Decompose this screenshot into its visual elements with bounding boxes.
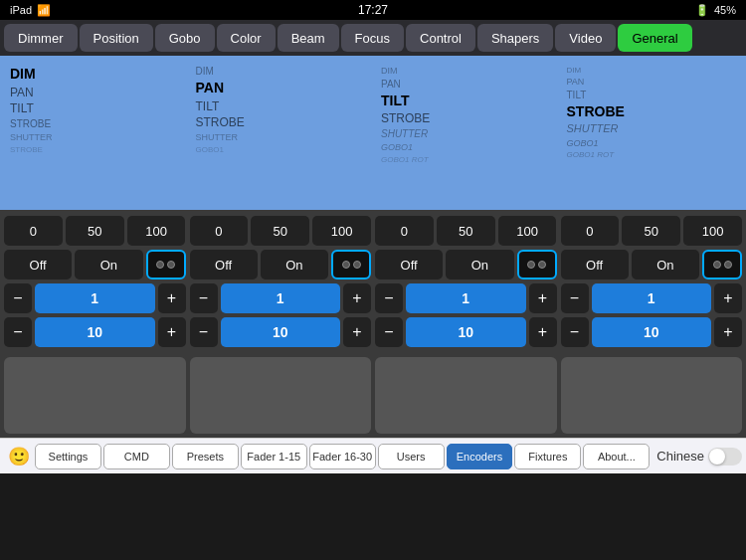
tab-shapers[interactable]: Shapers [477, 24, 553, 52]
minus-10-4[interactable]: − [561, 317, 589, 347]
encoder-btn-1[interactable] [146, 250, 186, 280]
on-btn-3[interactable]: On [446, 250, 513, 280]
control-group-4: 0 50 100 Off On − 1 + − 10 + [561, 216, 743, 347]
plus-1-1[interactable]: + [158, 283, 186, 313]
on-btn-4[interactable]: On [632, 250, 699, 280]
step-val-1-4: 1 [592, 283, 712, 313]
toggle-knob [709, 449, 725, 465]
stepper-row1-3: − 1 + [375, 283, 557, 313]
minus-10-2[interactable]: − [190, 317, 218, 347]
num-btn-50-2[interactable]: 50 [251, 216, 309, 246]
attr-dim-3: DIM [381, 65, 551, 78]
off-btn-2[interactable]: Off [190, 250, 258, 280]
plus-10-4[interactable]: + [714, 317, 742, 347]
chinese-toggle[interactable] [708, 448, 742, 466]
num-btn-100-3[interactable]: 100 [498, 216, 557, 246]
battery-level: 45% [714, 4, 736, 16]
plus-10-3[interactable]: + [529, 317, 557, 347]
on-btn-2[interactable]: On [261, 250, 328, 280]
attr-strobe-2: STROBE [196, 114, 366, 131]
num-btn-50-1[interactable]: 50 [66, 216, 124, 246]
plus-1-3[interactable]: + [529, 283, 557, 313]
bottom-tab-about[interactable]: About... [583, 444, 650, 469]
step-val-1-2: 1 [221, 283, 341, 313]
num-btn-100-2[interactable]: 100 [312, 216, 371, 246]
battery-icon: 🔋 [695, 4, 709, 17]
step-val-1-1: 1 [35, 283, 155, 313]
control-group-1: 0 50 100 Off On − 1 + − 10 + [4, 216, 186, 347]
tab-video[interactable]: Video [555, 24, 616, 52]
attr-strobe2-1: STROBE [10, 144, 180, 155]
attr-dim-2: DIM [196, 65, 366, 79]
tab-focus[interactable]: Focus [341, 24, 404, 52]
smiley-icon: 🙂 [4, 446, 34, 467]
fader-col-2 [190, 357, 372, 434]
attr-gobo-4: GOBO1 [567, 137, 737, 150]
minus-1-4[interactable]: − [561, 283, 589, 313]
tab-beam[interactable]: Beam [278, 24, 339, 52]
plus-10-1[interactable]: + [158, 317, 186, 347]
num-btn-50-4[interactable]: 50 [622, 216, 680, 246]
minus-1-2[interactable]: − [190, 283, 218, 313]
bottom-tab-fixtures[interactable]: Fixtures [514, 444, 581, 469]
step-val-10-3: 10 [406, 317, 526, 347]
bottom-tab-users[interactable]: Users [378, 444, 445, 469]
plus-10-2[interactable]: + [343, 317, 371, 347]
fixture-col-4: DIM PAN TILT STROBE SHUTTER GOBO1 GOBO1 … [561, 61, 743, 205]
attr-tilt-1: TILT [10, 100, 180, 117]
tab-gobo[interactable]: Gobo [155, 24, 215, 52]
control-group-3: 0 50 100 Off On − 1 + − 10 + [375, 216, 557, 347]
bottom-tab-fader2[interactable]: Fader 16-30 [309, 444, 376, 469]
attr-tilt-4: TILT [567, 89, 737, 102]
control-group-2: 0 50 100 Off On − 1 + − 10 + [190, 216, 372, 347]
num-btn-100-4[interactable]: 100 [683, 216, 742, 246]
encoder-btn-2[interactable] [331, 250, 371, 280]
step-val-1-3: 1 [406, 283, 526, 313]
step-val-10-1: 10 [35, 317, 155, 347]
encoder-btn-3[interactable] [517, 250, 557, 280]
minus-1-1[interactable]: − [4, 283, 32, 313]
on-btn-1[interactable]: On [75, 250, 142, 280]
off-btn-4[interactable]: Off [561, 250, 629, 280]
num-row-1: 0 50 100 [4, 216, 186, 246]
bottom-tab-settings[interactable]: Settings [35, 444, 101, 469]
tab-position[interactable]: Position [80, 24, 153, 52]
attr-gobo1rot-3: GOBO1 ROT [381, 154, 551, 165]
attr-strobe-1: STROBE [10, 117, 180, 131]
attr-shutter-1: SHUTTER [10, 131, 180, 144]
num-btn-100-1[interactable]: 100 [127, 216, 186, 246]
encoder-btn-4[interactable] [702, 250, 742, 280]
plus-1-2[interactable]: + [343, 283, 371, 313]
num-btn-0-3[interactable]: 0 [375, 216, 434, 246]
bottom-tab-cmd[interactable]: CMD [103, 444, 170, 469]
off-btn-3[interactable]: Off [375, 250, 443, 280]
status-right: 🔋 45% [695, 4, 736, 17]
bottom-tab-fader1[interactable]: Fader 1-15 [241, 444, 307, 469]
toggle-row-2: Off On [190, 250, 372, 280]
plus-1-4[interactable]: + [714, 283, 742, 313]
bottom-tabs: Settings CMD Presets Fader 1-15 Fader 16… [35, 444, 650, 469]
num-btn-0-1[interactable]: 0 [4, 216, 63, 246]
bottom-bar: 🙂 Settings CMD Presets Fader 1-15 Fader … [0, 438, 746, 473]
wifi-icon: 📶 [37, 4, 51, 17]
minus-1-3[interactable]: − [375, 283, 403, 313]
minus-10-1[interactable]: − [4, 317, 32, 347]
fader-area [0, 353, 746, 438]
off-btn-1[interactable]: Off [4, 250, 72, 280]
tab-general[interactable]: General [618, 24, 691, 52]
num-btn-0-2[interactable]: 0 [190, 216, 249, 246]
attr-shutter-4: SHUTTER [567, 121, 737, 136]
bottom-tab-presets[interactable]: Presets [172, 444, 239, 469]
tab-dimmer[interactable]: Dimmer [4, 24, 78, 52]
chinese-toggle-area: Chinese [651, 448, 742, 466]
step-val-10-4: 10 [592, 317, 712, 347]
num-btn-50-3[interactable]: 50 [437, 216, 495, 246]
fader-col-1 [4, 357, 186, 434]
attr-pan-2: PAN [196, 79, 366, 98]
minus-10-3[interactable]: − [375, 317, 403, 347]
bottom-tab-encoders[interactable]: Encoders [447, 444, 513, 469]
tab-control[interactable]: Control [406, 24, 475, 52]
tab-color[interactable]: Color [217, 24, 276, 52]
num-btn-0-4[interactable]: 0 [561, 216, 620, 246]
stepper-row1-2: − 1 + [190, 283, 372, 313]
